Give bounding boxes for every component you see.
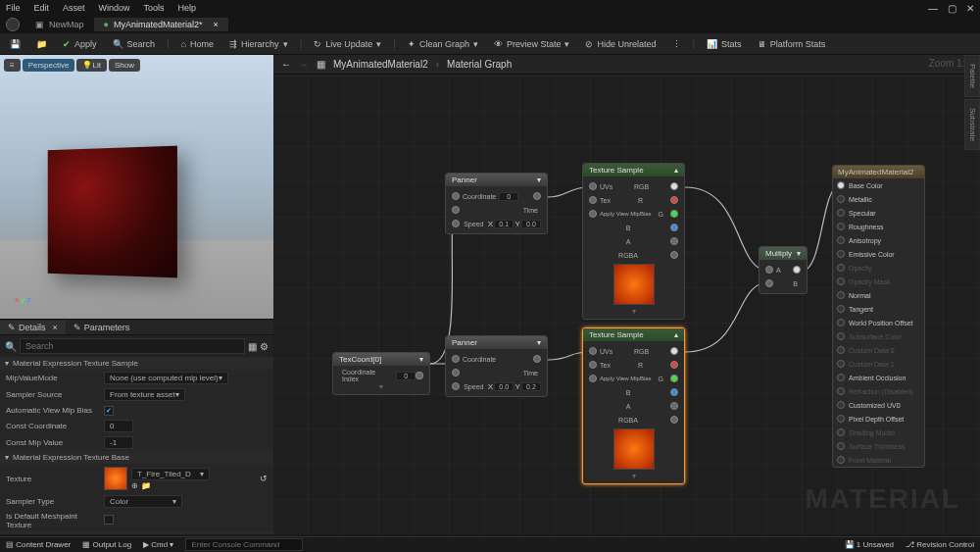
section-header[interactable]: ▾Material Expression Texture Base: [0, 451, 273, 464]
b-pin[interactable]: [670, 224, 678, 231]
texture-thumbnail[interactable]: [104, 467, 127, 490]
rgba-pin[interactable]: [670, 416, 678, 424]
maximize-icon[interactable]: ▢: [948, 3, 956, 14]
output-pin-row[interactable]: Refraction (Disabled): [833, 384, 924, 398]
tab-newmap[interactable]: ▣NewMap: [25, 18, 94, 31]
panner-node-1[interactable]: Panner▾ Coordinate0 Time Speed X0.1 Y0.0: [445, 173, 548, 234]
input-pin[interactable]: [837, 236, 845, 244]
revision-control-button[interactable]: ⎇ Revision Control: [906, 540, 974, 549]
autoviewmipbias-checkbox[interactable]: ✔: [104, 406, 114, 416]
unsaved-indicator[interactable]: 💾 1 Unsaved: [845, 540, 894, 549]
content-drawer-button[interactable]: ▤ Content Drawer: [6, 540, 71, 549]
apply-button[interactable]: ✔Apply: [59, 37, 101, 51]
r-pin[interactable]: [670, 196, 678, 204]
expand-icon[interactable]: ▾: [586, 472, 681, 480]
b-pin[interactable]: [765, 279, 773, 287]
mipvaluemode-dropdown[interactable]: None (use computed mip level) ▾: [104, 372, 228, 384]
a-pin[interactable]: [765, 266, 773, 274]
cmd-dropdown[interactable]: ▶ Cmd ▾: [143, 540, 173, 549]
output-pin-row[interactable]: Ambient Occlusion: [833, 371, 924, 384]
show-dropdown[interactable]: Show: [109, 59, 140, 72]
browse-button[interactable]: 📁: [32, 37, 51, 51]
samplersource-dropdown[interactable]: From texture asset ▾: [104, 388, 185, 401]
menu-edit[interactable]: Edit: [34, 3, 50, 13]
speed-pin[interactable]: [452, 220, 460, 227]
output-pin-row[interactable]: Surface Thickness: [833, 439, 924, 453]
isdefault-checkbox[interactable]: [104, 515, 114, 525]
input-pin[interactable]: [837, 360, 845, 368]
output-pin-row[interactable]: Tangent: [833, 302, 924, 316]
speed-x-input[interactable]: 0.1: [494, 220, 514, 228]
rgba-pin[interactable]: [670, 251, 678, 259]
platform-stats-button[interactable]: 🖥Platform Stats: [754, 37, 830, 51]
texcoord-node[interactable]: TexCoord[0]▾ Coordinate Index0 ▾: [332, 352, 430, 395]
reset-icon[interactable]: ↺: [260, 474, 268, 483]
output-pin[interactable]: [533, 355, 541, 363]
tex-pin[interactable]: [589, 196, 597, 204]
output-pin-row[interactable]: Front Material: [833, 453, 924, 467]
search-button[interactable]: 🔍Search: [109, 37, 160, 51]
menu-file[interactable]: File: [6, 3, 21, 13]
details-tab[interactable]: ✎Details×: [0, 321, 66, 334]
a-pin[interactable]: [670, 402, 678, 410]
chevron-down-icon[interactable]: ▾: [419, 355, 423, 364]
input-pin[interactable]: [837, 291, 845, 299]
input-pin[interactable]: [837, 319, 845, 326]
output-log-button[interactable]: ▦ Output Log: [82, 540, 131, 549]
panner-node-2[interactable]: Panner▾ Coordinate Time Speed X0.0 Y0.2: [445, 335, 548, 397]
output-pin-row[interactable]: Specular: [833, 206, 924, 220]
input-pin[interactable]: [837, 428, 845, 436]
speed-x-input[interactable]: 0.0: [494, 382, 514, 391]
chevron-down-icon[interactable]: ▾: [797, 249, 801, 258]
multiply-node[interactable]: Multiply▾ A B: [759, 246, 808, 294]
uvs-pin[interactable]: [589, 347, 597, 355]
home-button[interactable]: ⌂Home: [177, 37, 218, 51]
coord-index-input[interactable]: 0: [396, 372, 416, 380]
output-pin-row[interactable]: Subsurface Color: [833, 329, 924, 343]
uvs-pin[interactable]: [589, 182, 597, 190]
input-pin[interactable]: [837, 209, 845, 217]
b-pin[interactable]: [670, 388, 678, 396]
tab-close-icon[interactable]: ×: [214, 20, 219, 29]
parameters-tab[interactable]: ✎Parameters: [66, 321, 138, 334]
input-pin[interactable]: [837, 264, 845, 272]
minimize-icon[interactable]: —: [928, 3, 938, 14]
collapse-icon[interactable]: ▴: [674, 330, 678, 339]
nav-back-icon[interactable]: ←: [281, 59, 291, 70]
collapse-icon[interactable]: ▴: [674, 166, 678, 175]
rgb-pin[interactable]: [670, 347, 678, 355]
clean-graph-button[interactable]: ✦Clean Graph▾: [404, 37, 482, 51]
filter-icon[interactable]: ▦: [248, 341, 257, 352]
section-header[interactable]: ▾Material Expression: [0, 531, 273, 534]
output-pin-row[interactable]: Emissive Color: [833, 247, 924, 261]
output-pin[interactable]: [793, 266, 801, 274]
input-pin[interactable]: [837, 332, 845, 340]
coord-input[interactable]: 0: [499, 192, 518, 201]
lit-dropdown[interactable]: 💡Lit: [76, 59, 106, 72]
input-pin[interactable]: [837, 415, 845, 423]
speed-y-input[interactable]: 0.2: [521, 382, 541, 391]
time-pin[interactable]: [452, 369, 460, 376]
constcoord-input[interactable]: 0: [104, 420, 133, 432]
palette-tab[interactable]: Palette: [964, 55, 980, 97]
breadcrumb-asset[interactable]: MyAnimatedMaterial2: [333, 59, 428, 70]
output-pin-row[interactable]: Opacity Mask: [833, 275, 924, 288]
preview-state-button[interactable]: 👁Preview State▾: [490, 37, 574, 51]
output-pin-row[interactable]: Custom Data 0: [833, 343, 924, 357]
hierarchy-button[interactable]: ⇶Hierarchy▾: [225, 37, 292, 51]
output-pin-row[interactable]: Custom Data 1: [833, 357, 924, 371]
output-pin-row[interactable]: Pixel Depth Offset: [833, 412, 924, 426]
tab-material[interactable]: ●MyAnimatedMaterial2*×: [94, 18, 228, 31]
output-pin-row[interactable]: Roughness: [833, 220, 924, 233]
material-output-node[interactable]: MyAnimatedMaterial2 Base ColorMetallicSp…: [832, 165, 925, 468]
hide-unrelated-button[interactable]: ⊘Hide Unrelated: [581, 37, 660, 51]
material-graph-canvas[interactable]: TexCoord[0]▾ Coordinate Index0 ▾ Panner▾…: [273, 75, 980, 534]
mipbias-pin[interactable]: [589, 210, 597, 218]
tab-close-icon[interactable]: ×: [53, 323, 58, 332]
input-pin[interactable]: [837, 456, 845, 464]
input-pin[interactable]: [837, 346, 845, 354]
console-input[interactable]: [185, 538, 303, 551]
input-pin[interactable]: [837, 374, 845, 381]
a-pin[interactable]: [670, 237, 678, 245]
details-search-input[interactable]: [20, 338, 245, 354]
